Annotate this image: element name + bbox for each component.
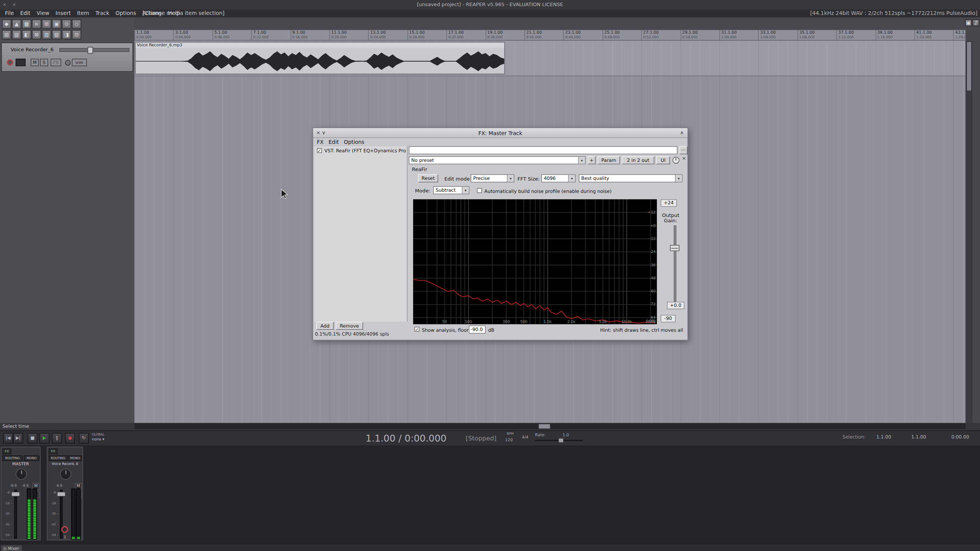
record-button[interactable]: ● bbox=[65, 433, 75, 443]
record-arm-button[interactable] bbox=[7, 59, 13, 65]
pan-knob[interactable] bbox=[16, 468, 27, 479]
mixer-icon[interactable]: ⊠ bbox=[32, 30, 41, 39]
fx-menu-fx[interactable]: FX bbox=[314, 138, 326, 146]
playrate-slider[interactable] bbox=[535, 438, 583, 443]
go-to-start-button[interactable]: |◀ bbox=[3, 433, 13, 443]
selection-length[interactable]: 0:00.00 bbox=[951, 434, 969, 440]
menu-view[interactable]: View bbox=[34, 9, 52, 17]
mixer-strip-master[interactable]: FX ROUTING MONO MASTER M S -6.9-6.9 -6 -… bbox=[1, 447, 41, 540]
menu-track[interactable]: Track bbox=[92, 9, 113, 17]
mode-combo[interactable]: Subtract▾ bbox=[433, 186, 469, 194]
ui-button[interactable]: UI bbox=[656, 156, 670, 164]
global-automation-override[interactable]: GLOBAL none ▾ bbox=[92, 432, 117, 442]
plugin-list-item-reafir[interactable]: ✓ VST: ReaFir (FFT EQ+Dynamics Pro bbox=[314, 147, 407, 155]
envelope-button[interactable]: trim bbox=[72, 59, 87, 66]
snap-icon[interactable]: ⊞ bbox=[42, 20, 51, 29]
redo-icon[interactable]: ◨ bbox=[62, 30, 71, 39]
ripple-icon[interactable]: ▤ bbox=[2, 30, 11, 39]
fader-handle[interactable] bbox=[11, 492, 20, 497]
fx-button[interactable]: FX bbox=[49, 448, 57, 454]
preset-plus-button[interactable]: + bbox=[588, 156, 596, 164]
fx-window-titlebar[interactable]: × ∨ FX: Master Track ∧ bbox=[313, 128, 688, 138]
go-to-end-button[interactable]: ▶| bbox=[13, 433, 23, 443]
output-gain-handle[interactable] bbox=[670, 245, 679, 251]
item-group-icon[interactable]: ▣ bbox=[52, 20, 61, 29]
media-explorer-icon[interactable]: ▥ bbox=[42, 30, 51, 39]
add-fx-button[interactable]: Add bbox=[316, 322, 334, 330]
menu-item[interactable]: Item bbox=[74, 9, 92, 17]
volume-handle[interactable] bbox=[88, 47, 93, 54]
routing-button[interactable]: ROUTING bbox=[49, 455, 67, 461]
mono-button[interactable]: MONO bbox=[24, 455, 39, 461]
mute-button[interactable]: M bbox=[31, 59, 39, 66]
solo-button[interactable]: S bbox=[40, 59, 48, 66]
playrate-thumb[interactable] bbox=[558, 438, 564, 443]
close-icon[interactable]: × bbox=[316, 128, 320, 138]
output-gain-value[interactable]: +0.0 bbox=[667, 302, 684, 310]
floor-input[interactable]: -90.0 bbox=[469, 326, 485, 334]
fx-chain-window[interactable]: × ∨ FX: Master Track ∧ FXEditOptions ✓ V… bbox=[312, 127, 688, 341]
lock-icon[interactable]: ▣ bbox=[965, 20, 972, 26]
menu-file[interactable]: File bbox=[2, 9, 17, 17]
show-analysis-checkbox[interactable]: ✓ bbox=[414, 327, 419, 332]
bpm-value[interactable]: 120 bbox=[505, 437, 513, 442]
pause-button[interactable]: ‖ bbox=[52, 433, 62, 443]
output-gain-slider[interactable] bbox=[674, 225, 676, 302]
mono-button[interactable]: MONO bbox=[68, 455, 82, 461]
fader-handle[interactable] bbox=[57, 492, 66, 497]
smart-tool-icon[interactable]: ◆ bbox=[2, 20, 11, 29]
collapse-icon[interactable]: ∨ bbox=[322, 128, 326, 138]
pan-knob[interactable] bbox=[60, 468, 71, 479]
track-name[interactable]: Voice Recorder_6 bbox=[11, 47, 54, 52]
auto-noise-checkbox[interactable] bbox=[477, 188, 482, 193]
rate-value[interactable]: 1.0 bbox=[562, 432, 569, 437]
vertical-scrollbar[interactable] bbox=[965, 41, 972, 423]
reset-button[interactable]: Reset bbox=[418, 174, 438, 183]
remove-fx-button[interactable]: Remove bbox=[336, 322, 363, 330]
edit-mode-combo[interactable]: Precise▾ bbox=[470, 174, 514, 183]
menu-edit[interactable]: Edit bbox=[17, 9, 33, 17]
fft-size-combo[interactable]: 4096▾ bbox=[541, 174, 576, 183]
settings-icon[interactable]: ⊟ bbox=[72, 30, 81, 39]
track-lane[interactable]: Voice Recorder_6.mp3 bbox=[134, 41, 965, 76]
close-icon[interactable]: × bbox=[682, 154, 686, 164]
timeline-ruler[interactable]: 1.1.000:00.0003.1.000:04.0005.1.000:08.0… bbox=[134, 30, 965, 41]
selection-start[interactable]: 1.1.00 bbox=[876, 434, 891, 440]
fx-menu-options[interactable]: Options bbox=[341, 138, 367, 146]
horizontal-scrollbar[interactable] bbox=[134, 424, 965, 429]
playback-position-display[interactable]: 1.1.00 / 0:00.000 bbox=[366, 433, 446, 444]
lock-icon[interactable]: ▧ bbox=[12, 30, 21, 39]
docker-icon[interactable]: ◧ bbox=[22, 30, 31, 39]
floor-box[interactable]: -90 bbox=[661, 315, 676, 323]
fx-menu-edit[interactable]: Edit bbox=[326, 138, 341, 146]
envelope-icon[interactable]: ≡ bbox=[32, 20, 41, 29]
crossfade-icon[interactable]: ⊙ bbox=[62, 20, 71, 29]
expand-icon[interactable]: ∧ bbox=[680, 128, 684, 138]
stop-button[interactable]: ■ bbox=[28, 433, 38, 443]
tab-mixer[interactable]: ▤Mixer bbox=[1, 545, 22, 551]
fx-button[interactable]: FX bbox=[51, 59, 61, 66]
repeat-button[interactable]: ↻ bbox=[79, 433, 89, 443]
grid-icon[interactable]: ▦ bbox=[22, 20, 31, 29]
more-button[interactable]: ... bbox=[679, 146, 688, 154]
undo-icon[interactable]: ▨ bbox=[52, 30, 61, 39]
quality-combo[interactable]: Best quality▾ bbox=[579, 174, 683, 183]
vertical-scrollbar-thumb[interactable] bbox=[966, 41, 972, 91]
window-controls[interactable]: × × bbox=[3, 0, 18, 9]
io-button[interactable]: 2 in 2 out bbox=[622, 156, 654, 164]
fx-plugin-list[interactable]: ✓ VST: ReaFir (FFT EQ+Dynamics Pro bbox=[314, 146, 407, 322]
metronome-icon[interactable]: ◇ bbox=[72, 20, 81, 29]
volume-fader[interactable] bbox=[15, 490, 17, 538]
fx-button[interactable]: FX bbox=[3, 448, 11, 454]
track-volume-slider[interactable] bbox=[59, 48, 129, 52]
mixer-strip-voice-recorder[interactable]: FX ROUTING MONO Voice Record..6 M S -6.9… bbox=[47, 447, 83, 540]
pencil-icon[interactable]: ▲ bbox=[12, 20, 21, 29]
metronome-icon[interactable]: ♪ bbox=[972, 20, 979, 26]
menu-insert[interactable]: Insert bbox=[52, 9, 74, 17]
play-button[interactable]: ▶ bbox=[39, 433, 49, 443]
fx-comment-field[interactable] bbox=[409, 146, 678, 154]
record-arm-button[interactable] bbox=[61, 526, 68, 533]
phase-button[interactable] bbox=[65, 60, 71, 66]
menu-options[interactable]: Options bbox=[113, 9, 139, 17]
routing-button[interactable]: ROUTING bbox=[3, 455, 23, 461]
